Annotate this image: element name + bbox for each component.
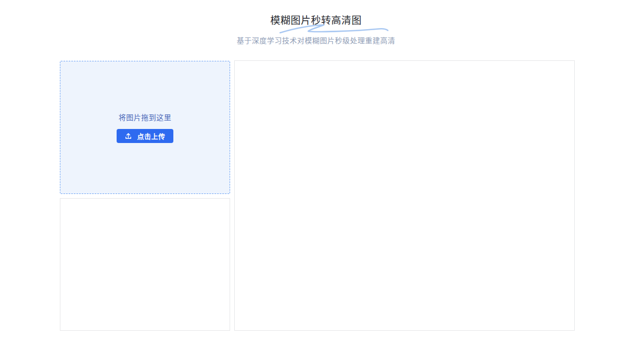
upload-dropzone[interactable]: 将图片拖到这里 点击上传 <box>60 61 230 194</box>
source-image-panel <box>60 198 230 331</box>
result-image-panel <box>234 60 575 331</box>
upload-button-label: 点击上传 <box>137 131 165 141</box>
dropzone-hint-text: 将图片拖到这里 <box>119 112 172 122</box>
upload-icon <box>124 132 132 140</box>
title-underline-swoosh-icon <box>276 23 391 35</box>
upscaler-page: 模糊图片秒转高清图 基于深度学习技术对模糊图片秒级处理重建高清 将图片拖到这里 … <box>0 0 632 364</box>
page-subtitle: 基于深度学习技术对模糊图片秒级处理重建高清 <box>0 35 632 45</box>
upload-button[interactable]: 点击上传 <box>117 129 173 143</box>
